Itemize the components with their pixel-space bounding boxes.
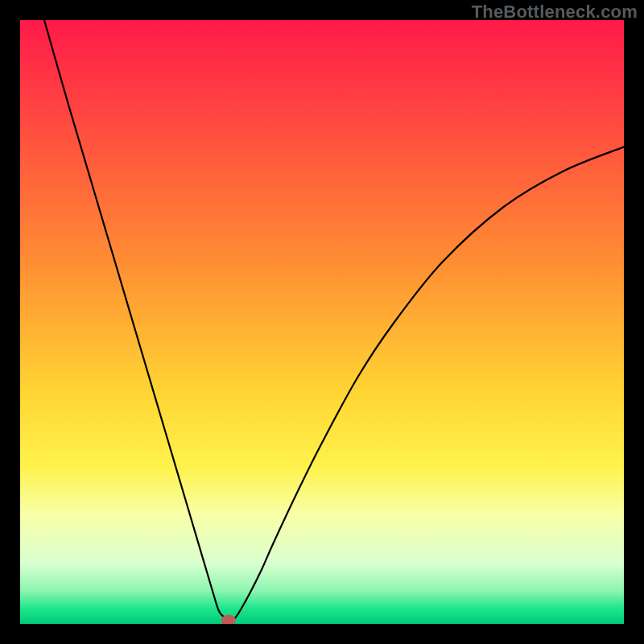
bottleneck-curve xyxy=(44,20,624,621)
chart-frame: TheBottleneck.com xyxy=(0,0,644,644)
curve-layer xyxy=(20,20,624,624)
watermark-text: TheBottleneck.com xyxy=(472,2,638,23)
plot-area xyxy=(20,20,624,624)
